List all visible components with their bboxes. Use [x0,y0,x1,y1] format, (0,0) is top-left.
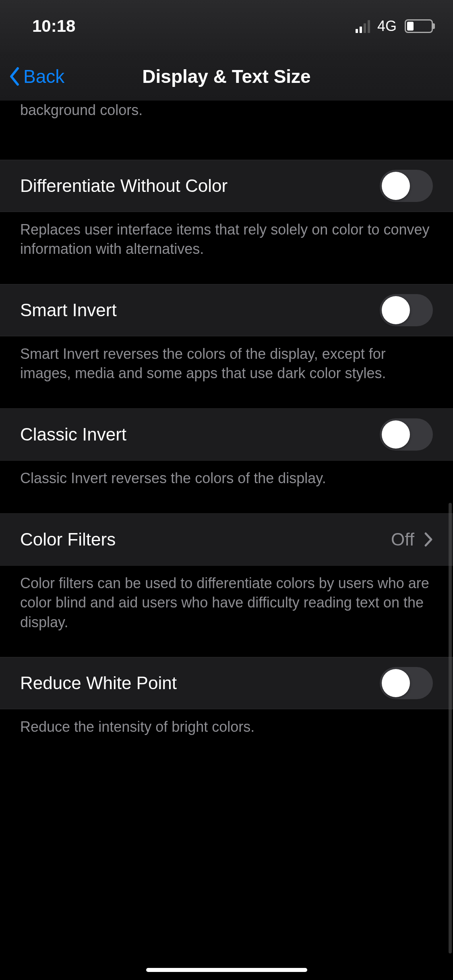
cell-value: Off [391,529,414,550]
cell-label: Differentiate Without Color [20,176,228,196]
cell-differentiate-without-color[interactable]: Differentiate Without Color [0,160,453,212]
section-smart-invert: Smart Invert Smart Invert reverses the c… [0,284,453,383]
cell-label: Reduce White Point [20,673,177,693]
status-time: 10:18 [32,16,75,36]
toggle-differentiate-without-color[interactable] [380,170,433,202]
back-label: Back [23,66,64,87]
section-color-filters: Color Filters Off Color filters can be u… [0,513,453,632]
section-reduce-white-point: Reduce White Point Reduce the intensity … [0,657,453,737]
chevron-left-icon [8,67,20,86]
page-title: Display & Text Size [142,66,310,87]
network-label: 4G [377,18,397,35]
cell-reduce-white-point[interactable]: Reduce White Point [0,657,453,709]
status-right: 4G [356,18,433,35]
footer-text: Smart Invert reverses the colors of the … [0,336,453,383]
chevron-right-icon [424,532,433,547]
footer-text: Replaces user interface items that rely … [0,212,453,259]
footer-text: Reduce the intensity of bright colors. [0,709,453,737]
cell-label: Classic Invert [20,424,126,445]
section-classic-invert: Classic Invert Classic Invert reverses t… [0,408,453,488]
cell-classic-invert[interactable]: Classic Invert [0,408,453,461]
cell-label: Color Filters [20,529,116,550]
navigation-bar: Back Display & Text Size [0,52,453,101]
section-differentiate-without-color: Differentiate Without Color Replaces use… [0,160,453,259]
toggle-reduce-white-point[interactable] [380,667,433,699]
cell-color-filters[interactable]: Color Filters Off [0,513,453,566]
partial-footer-text: background colors. [0,101,453,135]
back-button[interactable]: Back [8,66,64,87]
status-bar: 10:18 4G [0,0,453,52]
footer-text: Classic Invert reverses the colors of th… [0,461,453,488]
settings-content[interactable]: background colors. Differentiate Without… [0,101,453,737]
cell-label: Smart Invert [20,300,117,320]
scrollbar[interactable] [449,503,452,953]
toggle-classic-invert[interactable] [380,418,433,451]
footer-text: Color filters can be used to differentia… [0,566,453,632]
cell-smart-invert[interactable]: Smart Invert [0,284,453,336]
toggle-smart-invert[interactable] [380,294,433,326]
cellular-signal-icon [356,19,370,33]
battery-icon [405,19,433,33]
home-indicator[interactable] [146,968,307,972]
